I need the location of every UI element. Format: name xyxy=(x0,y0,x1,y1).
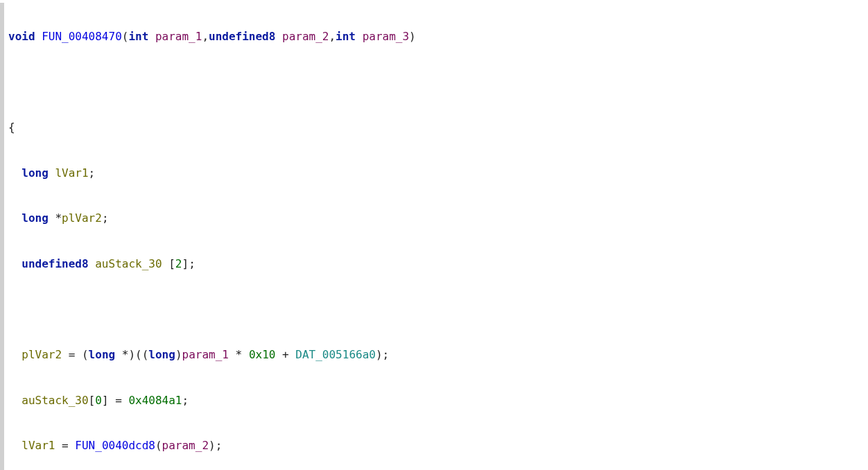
keyword: long xyxy=(21,166,49,180)
code-line[interactable]: void FUN_00408470(int param_1,undefined8… xyxy=(8,26,868,49)
local-var[interactable]: plVar2 xyxy=(62,211,102,225)
number-literal: 0 xyxy=(95,394,102,407)
parameter[interactable]: param_3 xyxy=(363,30,409,43)
parameter[interactable]: param_1 xyxy=(182,348,229,361)
data-symbol[interactable]: DAT_005166a0 xyxy=(295,348,376,361)
keyword: void xyxy=(8,30,35,43)
parameter[interactable]: param_2 xyxy=(282,30,329,43)
decompiler-view: void FUN_00408470(int param_1,undefined8… xyxy=(0,0,868,470)
code-line[interactable]: undefined8 auStack_30 [2]; xyxy=(8,253,868,276)
type: undefined8 xyxy=(209,30,275,43)
local-var[interactable]: auStack_30 xyxy=(21,394,88,407)
code-line[interactable] xyxy=(8,71,868,94)
code-line[interactable]: long lVar1; xyxy=(8,162,868,185)
local-var[interactable]: auStack_30 xyxy=(95,257,162,270)
keyword: int xyxy=(336,30,356,43)
code-area[interactable]: void FUN_00408470(int param_1,undefined8… xyxy=(6,3,868,470)
code-line[interactable]: auStack_30[0] = 0x4084a1; xyxy=(8,390,868,412)
type: undefined8 xyxy=(21,257,88,270)
code-line[interactable]: long *plVar2; xyxy=(8,207,868,230)
code-line[interactable]: plVar2 = (long *)((long)param_1 * 0x10 +… xyxy=(8,344,868,367)
parameter[interactable]: param_2 xyxy=(162,439,209,452)
function-name[interactable]: FUN_00408470 xyxy=(42,30,122,43)
editor-gutter xyxy=(0,3,4,470)
keyword: long xyxy=(89,348,116,361)
local-var[interactable]: lVar1 xyxy=(21,439,55,452)
keyword: long xyxy=(21,211,49,225)
parameter[interactable]: param_1 xyxy=(155,30,202,43)
code-line[interactable] xyxy=(8,298,868,321)
keyword: long xyxy=(148,348,175,361)
number-literal: 0x10 xyxy=(249,348,276,361)
number-literal: 0x4084a1 xyxy=(128,394,182,407)
local-var[interactable]: plVar2 xyxy=(21,348,62,361)
function-call[interactable]: FUN_0040dcd8 xyxy=(75,439,155,452)
code-line[interactable]: { xyxy=(8,116,868,139)
code-line[interactable]: lVar1 = FUN_0040dcd8(param_2); xyxy=(8,435,868,458)
local-var[interactable]: lVar1 xyxy=(55,166,88,180)
keyword: int xyxy=(128,30,148,43)
